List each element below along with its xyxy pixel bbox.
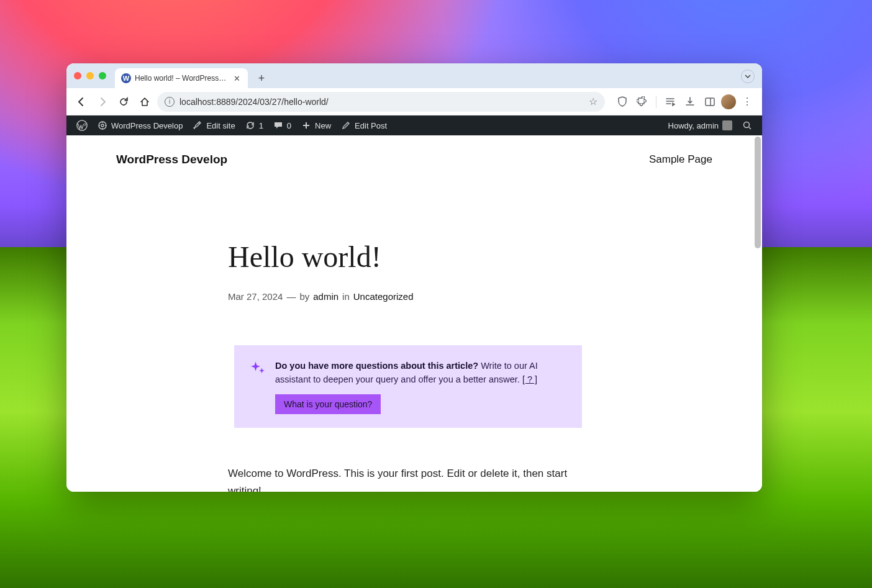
- tab-close-button[interactable]: ✕: [232, 73, 242, 83]
- svg-rect-0: [706, 98, 714, 106]
- extensions-puzzle-icon[interactable]: [634, 93, 651, 111]
- window-maximize-button[interactable]: [99, 72, 106, 79]
- window-minimize-button[interactable]: [86, 72, 94, 79]
- updates-icon: [245, 120, 255, 130]
- wp-edit-post-label: Edit Post: [355, 121, 387, 130]
- search-icon: [742, 120, 752, 130]
- wp-edit-site[interactable]: Edit site: [188, 115, 240, 135]
- post-article: Hello world! Mar 27, 2024 — by admin in …: [216, 240, 613, 492]
- tab-title: Hello world! – WordPress Dev...: [135, 74, 228, 83]
- new-tab-button[interactable]: +: [253, 70, 270, 87]
- site-header: WordPress Develop Sample Page: [66, 135, 762, 184]
- nav-forward-button[interactable]: [94, 93, 111, 111]
- ai-strong-text: Do you have more questions about this ar…: [275, 361, 478, 371]
- sparkle-icon: [248, 360, 266, 414]
- wordpress-logo-icon: [76, 120, 88, 131]
- desktop-wallpaper: W Hello world! – WordPress Dev... ✕ +: [0, 0, 872, 588]
- media-playlist-icon[interactable]: [661, 93, 679, 111]
- wp-howdy-label: Howdy, admin: [668, 121, 719, 130]
- wp-edit-site-label: Edit site: [206, 121, 235, 130]
- user-avatar-icon: [722, 120, 732, 130]
- wp-logo-menu[interactable]: [71, 115, 93, 135]
- reload-button[interactable]: [115, 93, 132, 111]
- wp-site-name-label: WordPress Develop: [111, 121, 183, 130]
- ai-assistant-box: Do you have more questions about this ar…: [234, 345, 582, 428]
- browser-tab-active[interactable]: W Hello world! – WordPress Dev... ✕: [115, 68, 248, 88]
- site-info-icon[interactable]: i: [165, 97, 175, 107]
- window-controls: [74, 63, 106, 88]
- wp-howdy[interactable]: Howdy, admin: [663, 115, 737, 135]
- post-meta: Mar 27, 2024 — by admin in Uncategorized: [228, 291, 601, 302]
- plus-icon: [301, 120, 311, 130]
- wp-comments-count: 0: [287, 121, 291, 130]
- brush-icon: [193, 120, 202, 130]
- toolbar-right-group: ⋮: [614, 93, 756, 111]
- url-text: localhost:8889/2024/03/27/hello-world/: [179, 97, 584, 107]
- nav-back-button[interactable]: [73, 93, 90, 111]
- ai-help-link[interactable]: [ ? ]: [522, 374, 537, 384]
- window-close-button[interactable]: [74, 72, 81, 79]
- svg-point-4: [101, 124, 104, 127]
- address-bar[interactable]: i localhost:8889/2024/03/27/hello-world/…: [157, 92, 605, 112]
- browser-tab-strip: W Hello world! – WordPress Dev... ✕ +: [66, 63, 762, 88]
- profile-avatar[interactable]: [721, 94, 736, 109]
- browser-toolbar: i localhost:8889/2024/03/27/hello-world/…: [66, 88, 762, 115]
- page-content: WordPress Develop Sample Page Hello worl…: [66, 135, 762, 492]
- by-label: by: [299, 291, 309, 302]
- browser-window: W Hello world! – WordPress Dev... ✕ +: [66, 63, 762, 492]
- home-dashicon-icon: [98, 120, 107, 130]
- comment-icon: [273, 120, 283, 130]
- wp-admin-bar: WordPress Develop Edit site 1 0: [66, 115, 762, 135]
- tab-overflow-button[interactable]: [741, 70, 755, 83]
- chrome-menu-button[interactable]: ⋮: [738, 93, 756, 111]
- wp-edit-post[interactable]: Edit Post: [336, 115, 392, 135]
- wp-new-label: New: [315, 121, 331, 130]
- wp-updates-count: 1: [259, 121, 263, 130]
- pencil-icon: [341, 120, 351, 130]
- extension-shield-icon[interactable]: [614, 93, 631, 111]
- toolbar-divider: [656, 96, 656, 108]
- ai-content: Do you have more questions about this ar…: [275, 359, 566, 414]
- downloads-icon[interactable]: [681, 93, 699, 111]
- wp-search-toggle[interactable]: [737, 115, 757, 135]
- side-panel-icon[interactable]: [701, 93, 719, 111]
- nav-sample-page[interactable]: Sample Page: [649, 153, 712, 165]
- post-category-link[interactable]: Uncategorized: [353, 291, 414, 302]
- site-nav: Sample Page: [649, 153, 712, 166]
- scrollbar-thumb[interactable]: [755, 137, 761, 248]
- svg-point-5: [744, 122, 750, 128]
- post-date: Mar 27, 2024: [228, 291, 283, 302]
- post-author-link[interactable]: admin: [313, 291, 338, 302]
- ai-question-button[interactable]: What is your question?: [275, 394, 381, 414]
- site-title-link[interactable]: WordPress Develop: [116, 153, 227, 166]
- post-title: Hello world!: [228, 240, 601, 274]
- wp-comments[interactable]: 0: [268, 115, 296, 135]
- wp-site-name[interactable]: WordPress Develop: [93, 115, 188, 135]
- bookmark-star-button[interactable]: ☆: [589, 96, 597, 107]
- wp-updates[interactable]: 1: [240, 115, 268, 135]
- wp-new[interactable]: New: [296, 115, 336, 135]
- in-label: in: [342, 291, 350, 302]
- post-body: Welcome to WordPress. This is your first…: [228, 465, 601, 492]
- chevron-down-icon: [745, 73, 751, 79]
- wordpress-favicon-icon: W: [121, 73, 131, 83]
- home-button[interactable]: [136, 93, 153, 111]
- meta-dash: —: [286, 291, 296, 302]
